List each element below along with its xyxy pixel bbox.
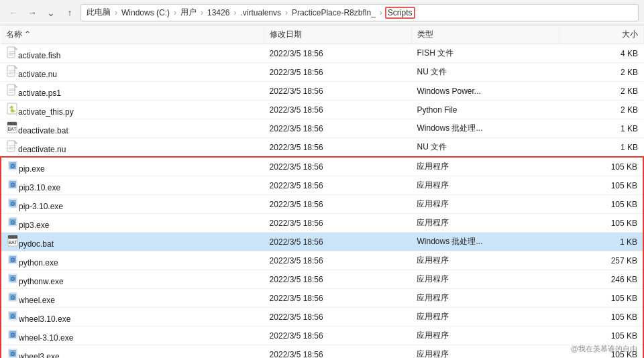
file-icon	[6, 51, 18, 60]
svg-text:⚙: ⚙	[10, 163, 15, 170]
file-name: deactivate.nu	[18, 145, 66, 154]
file-date: 2022/3/5 18:56	[264, 101, 412, 119]
file-name: wheel-3.10.exe	[19, 333, 73, 343]
file-type: 应用程序	[411, 289, 559, 308]
file-type: 应用程序	[411, 157, 559, 176]
back-button[interactable]: ←	[5, 5, 21, 21]
file-icon: ⚙	[7, 333, 19, 343]
address-segment-1[interactable]: Windows (C:)	[120, 7, 171, 18]
file-size: 105 KB	[559, 308, 643, 326]
file-size: 246 KB	[559, 270, 643, 289]
dropdown-button[interactable]: ⌄	[43, 5, 59, 21]
file-type: 应用程序	[411, 270, 559, 289]
svg-text:⚙: ⚙	[10, 257, 15, 263]
file-name: deactivate.bat	[18, 126, 68, 135]
file-date: 2022/3/5 18:56	[264, 63, 412, 82]
address-segment-3[interactable]: 13426	[206, 7, 231, 18]
col-header-type[interactable]: 类型	[411, 25, 559, 44]
file-name: activate.nu	[18, 70, 57, 79]
file-size: 105 KB	[559, 289, 643, 308]
table-row[interactable]: activate.ps12022/3/5 18:56Windows Power.…	[1, 82, 643, 101]
table-row[interactable]: ⚙ pip.exe2022/3/5 18:56应用程序105 KB	[1, 157, 643, 176]
svg-rect-42	[8, 235, 17, 239]
file-name: activate.fish	[18, 51, 60, 60]
table-row[interactable]: BAT pydoc.bat2022/3/5 18:56Windows 批处理..…	[1, 233, 643, 251]
svg-text:⚙: ⚙	[10, 351, 15, 357]
file-icon: BAT	[6, 126, 18, 135]
svg-rect-0	[7, 47, 15, 58]
file-size: 105 KB	[559, 214, 643, 233]
svg-text:⚙: ⚙	[10, 182, 15, 188]
table-row[interactable]: ⚙ wheel.exe2022/3/5 18:56应用程序105 KB	[1, 289, 643, 308]
table-row[interactable]: ⚙ wheel-3.10.exe2022/3/5 18:56应用程序105 KB	[1, 326, 643, 345]
file-date: 2022/3/5 18:56	[264, 82, 412, 101]
file-date: 2022/3/5 18:56	[264, 119, 412, 138]
table-row[interactable]: ⚙ pip3.10.exe2022/3/5 18:56应用程序105 KB	[1, 176, 643, 195]
svg-text:⚙: ⚙	[10, 294, 15, 301]
file-type: Windows 批处理...	[411, 119, 559, 138]
file-icon: BAT	[7, 239, 19, 249]
table-row[interactable]: ⚙ pythonw.exe2022/3/5 18:56应用程序246 KB	[1, 270, 643, 289]
file-date: 2022/3/5 18:56	[264, 308, 412, 326]
table-row[interactable]: ⚙ pip3.exe2022/3/5 18:56应用程序105 KB	[1, 214, 643, 233]
file-date: 2022/3/5 18:56	[264, 326, 412, 345]
file-date: 2022/3/5 18:56	[264, 157, 412, 176]
file-icon: ⚙	[7, 221, 19, 230]
forward-button[interactable]: →	[24, 5, 40, 21]
file-icon: ⚙	[7, 314, 19, 324]
file-icon	[6, 70, 18, 79]
file-name: wheel3.exe	[19, 352, 60, 358]
table-row[interactable]: ⚙ wheel3.exe2022/3/5 18:56应用程序105 KB	[1, 345, 643, 359]
file-type: 应用程序	[411, 308, 559, 326]
table-row[interactable]: deactivate.nu2022/3/5 18:56NU 文件1 KB	[1, 138, 643, 158]
svg-rect-12	[7, 84, 15, 95]
file-date: 2022/3/5 18:56	[264, 214, 412, 233]
file-name: activate_this.py	[18, 107, 74, 117]
file-name: pip3.exe	[19, 221, 49, 230]
file-size: 4 KB	[559, 44, 643, 63]
file-date: 2022/3/5 18:56	[264, 251, 412, 270]
file-date: 2022/3/5 18:56	[264, 44, 412, 63]
file-size: 105 KB	[559, 326, 643, 345]
file-size: 105 KB	[559, 345, 643, 359]
file-type: 应用程序	[411, 214, 559, 233]
file-size: 2 KB	[559, 63, 643, 82]
file-icon: 🐍	[6, 107, 18, 117]
table-row[interactable]: 🐍 activate_this.py2022/3/5 18:56Python F…	[1, 101, 643, 119]
address-segment-4[interactable]: .virtualenvs	[239, 7, 282, 18]
file-size: 1 KB	[559, 138, 643, 158]
address-segment-2[interactable]: 用户	[179, 6, 198, 19]
up-button[interactable]: ↑	[62, 5, 78, 21]
file-size: 105 KB	[559, 176, 643, 195]
file-type: Windows 批处理...	[411, 233, 559, 251]
address-segment-5[interactable]: PracticePlace-R8zbfln_	[290, 7, 377, 18]
table-row[interactable]: ⚙ python.exe2022/3/5 18:56应用程序257 KB	[1, 251, 643, 270]
col-header-size[interactable]: 大小	[559, 25, 643, 44]
svg-text:⚙: ⚙	[10, 276, 15, 282]
table-row[interactable]: activate.fish2022/3/5 18:56FISH 文件4 KB	[1, 44, 643, 63]
table-row[interactable]: BAT deactivate.bat2022/3/5 18:56Windows …	[1, 119, 643, 138]
file-date: 2022/3/5 18:56	[264, 138, 412, 158]
file-icon	[6, 88, 18, 98]
file-name: activate.ps1	[18, 88, 61, 98]
address-segment-6[interactable]: Scripts	[385, 7, 415, 19]
file-date: 2022/3/5 18:56	[264, 176, 412, 195]
table-row[interactable]: ⚙ pip-3.10.exe2022/3/5 18:56应用程序105 KB	[1, 195, 643, 214]
address-segment-0[interactable]: 此电脑	[85, 6, 112, 19]
file-size: 2 KB	[559, 101, 643, 119]
file-table: 名称 ⌃ 修改日期 类型 大小 activate.fish2022/3/5 18…	[0, 25, 644, 358]
file-type: NU 文件	[411, 138, 559, 158]
svg-text:BAT: BAT	[8, 240, 17, 245]
file-date: 2022/3/5 18:56	[264, 195, 412, 214]
file-name: python.exe	[19, 258, 58, 267]
file-date: 2022/3/5 18:56	[264, 289, 412, 308]
col-header-date[interactable]: 修改日期	[264, 25, 412, 44]
address-bar[interactable]: 此电脑›Windows (C:)›用户›13426›.virtualenvs›P…	[80, 4, 639, 21]
svg-rect-23	[7, 141, 15, 152]
table-row[interactable]: activate.nu2022/3/5 18:56NU 文件2 KB	[1, 63, 643, 82]
table-row[interactable]: ⚙ wheel3.10.exe2022/3/5 18:56应用程序105 KB	[1, 308, 643, 326]
file-size: 105 KB	[559, 157, 643, 176]
file-name: wheel.exe	[19, 296, 55, 305]
col-header-name[interactable]: 名称 ⌃	[1, 25, 264, 44]
file-size: 2 KB	[559, 82, 643, 101]
